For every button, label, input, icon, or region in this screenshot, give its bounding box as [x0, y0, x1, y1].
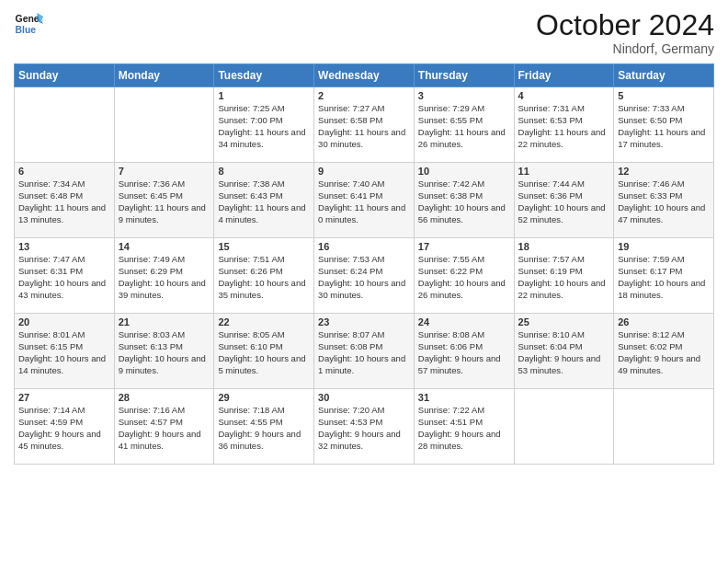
cell-content: Sunrise: 8:08 AM Sunset: 6:06 PM Dayligh… — [418, 329, 510, 376]
cell-w2-d7: 12Sunrise: 7:46 AM Sunset: 6:33 PM Dayli… — [614, 163, 714, 238]
day-number: 18 — [518, 241, 610, 252]
cell-content: Sunrise: 7:14 AM Sunset: 4:59 PM Dayligh… — [18, 405, 110, 452]
day-number: 22 — [218, 316, 310, 327]
cell-content: Sunrise: 7:47 AM Sunset: 6:31 PM Dayligh… — [18, 254, 110, 301]
cell-w4-d3: 22Sunrise: 8:05 AM Sunset: 6:10 PM Dayli… — [214, 314, 314, 389]
day-number: 27 — [18, 392, 110, 403]
cell-w2-d2: 7Sunrise: 7:36 AM Sunset: 6:45 PM Daylig… — [114, 163, 214, 238]
cell-content: Sunrise: 8:03 AM Sunset: 6:13 PM Dayligh… — [119, 329, 210, 376]
day-number: 25 — [518, 316, 610, 327]
cell-content: Sunrise: 7:46 AM Sunset: 6:33 PM Dayligh… — [618, 178, 710, 225]
page-header: General Blue October 2024 Nindorf, Germa… — [14, 9, 714, 56]
col-monday: Monday — [114, 64, 214, 87]
cell-w2-d3: 8Sunrise: 7:38 AM Sunset: 6:43 PM Daylig… — [214, 163, 314, 238]
day-number: 13 — [18, 241, 110, 252]
cell-w3-d2: 14Sunrise: 7:49 AM Sunset: 6:29 PM Dayli… — [114, 238, 214, 314]
cell-content: Sunrise: 7:42 AM Sunset: 6:38 PM Dayligh… — [418, 178, 510, 225]
cell-content: Sunrise: 8:12 AM Sunset: 6:02 PM Dayligh… — [618, 329, 710, 376]
cell-content: Sunrise: 7:27 AM Sunset: 6:58 PM Dayligh… — [318, 103, 410, 150]
cell-content: Sunrise: 7:57 AM Sunset: 6:19 PM Dayligh… — [518, 254, 610, 301]
cell-w5-d5: 31Sunrise: 7:22 AM Sunset: 4:51 PM Dayli… — [414, 389, 514, 465]
week-row-3: 13Sunrise: 7:47 AM Sunset: 6:31 PM Dayli… — [15, 238, 714, 314]
cell-content: Sunrise: 7:20 AM Sunset: 4:53 PM Dayligh… — [318, 405, 410, 452]
cell-content: Sunrise: 7:53 AM Sunset: 6:24 PM Dayligh… — [318, 254, 410, 301]
cell-content: Sunrise: 8:05 AM Sunset: 6:10 PM Dayligh… — [218, 329, 310, 376]
day-number: 14 — [119, 241, 210, 252]
day-number: 29 — [218, 392, 310, 403]
cell-w4-d4: 23Sunrise: 8:07 AM Sunset: 6:08 PM Dayli… — [314, 314, 415, 389]
day-number: 20 — [18, 316, 110, 327]
cell-w5-d4: 30Sunrise: 7:20 AM Sunset: 4:53 PM Dayli… — [314, 389, 415, 465]
cell-w1-d1 — [15, 87, 115, 163]
cell-w4-d2: 21Sunrise: 8:03 AM Sunset: 6:13 PM Dayli… — [114, 314, 214, 389]
day-number: 7 — [119, 166, 210, 177]
week-row-1: 1Sunrise: 7:25 AM Sunset: 7:00 PM Daylig… — [15, 87, 714, 163]
cell-w1-d6: 4Sunrise: 7:31 AM Sunset: 6:53 PM Daylig… — [514, 87, 614, 163]
col-sunday: Sunday — [15, 64, 115, 87]
day-number: 15 — [218, 241, 310, 252]
header-row: Sunday Monday Tuesday Wednesday Thursday… — [15, 64, 714, 87]
cell-w3-d3: 15Sunrise: 7:51 AM Sunset: 6:26 PM Dayli… — [214, 238, 314, 314]
cell-w2-d6: 11Sunrise: 7:44 AM Sunset: 6:36 PM Dayli… — [514, 163, 614, 238]
cell-w5-d7 — [614, 389, 714, 465]
cell-content: Sunrise: 7:25 AM Sunset: 7:00 PM Dayligh… — [218, 103, 310, 150]
cell-content: Sunrise: 7:40 AM Sunset: 6:41 PM Dayligh… — [318, 178, 410, 225]
day-number: 8 — [218, 166, 310, 177]
week-row-5: 27Sunrise: 7:14 AM Sunset: 4:59 PM Dayli… — [15, 389, 714, 465]
cell-w2-d1: 6Sunrise: 7:34 AM Sunset: 6:48 PM Daylig… — [15, 163, 115, 238]
cell-w5-d3: 29Sunrise: 7:18 AM Sunset: 4:55 PM Dayli… — [214, 389, 314, 465]
cell-content: Sunrise: 7:38 AM Sunset: 6:43 PM Dayligh… — [218, 178, 310, 225]
day-number: 19 — [618, 241, 710, 252]
col-friday: Friday — [514, 64, 614, 87]
cell-w1-d4: 2Sunrise: 7:27 AM Sunset: 6:58 PM Daylig… — [314, 87, 415, 163]
cell-content: Sunrise: 8:01 AM Sunset: 6:15 PM Dayligh… — [18, 329, 110, 376]
month-title: October 2024 — [536, 9, 714, 41]
day-number: 23 — [318, 316, 410, 327]
cell-w5-d2: 28Sunrise: 7:16 AM Sunset: 4:57 PM Dayli… — [114, 389, 214, 465]
cell-content: Sunrise: 7:51 AM Sunset: 6:26 PM Dayligh… — [218, 254, 310, 301]
day-number: 17 — [418, 241, 510, 252]
cell-content: Sunrise: 7:49 AM Sunset: 6:29 PM Dayligh… — [119, 254, 210, 301]
cell-content: Sunrise: 7:36 AM Sunset: 6:45 PM Dayligh… — [119, 178, 210, 225]
day-number: 4 — [518, 90, 610, 101]
day-number: 31 — [418, 392, 510, 403]
week-row-4: 20Sunrise: 8:01 AM Sunset: 6:15 PM Dayli… — [15, 314, 714, 389]
day-number: 10 — [418, 166, 510, 177]
cell-w3-d5: 17Sunrise: 7:55 AM Sunset: 6:22 PM Dayli… — [414, 238, 514, 314]
day-number: 1 — [218, 90, 310, 101]
cell-w2-d4: 9Sunrise: 7:40 AM Sunset: 6:41 PM Daylig… — [314, 163, 415, 238]
day-number: 24 — [418, 316, 510, 327]
day-number: 6 — [18, 166, 110, 177]
day-number: 9 — [318, 166, 410, 177]
cell-content: Sunrise: 7:22 AM Sunset: 4:51 PM Dayligh… — [418, 405, 510, 452]
day-number: 28 — [119, 392, 210, 403]
cell-content: Sunrise: 7:18 AM Sunset: 4:55 PM Dayligh… — [218, 405, 310, 452]
location: Nindorf, Germany — [536, 41, 714, 56]
cell-w3-d4: 16Sunrise: 7:53 AM Sunset: 6:24 PM Dayli… — [314, 238, 415, 314]
day-number: 2 — [318, 90, 410, 101]
col-saturday: Saturday — [614, 64, 714, 87]
day-number: 12 — [618, 166, 710, 177]
cell-w1-d5: 3Sunrise: 7:29 AM Sunset: 6:55 PM Daylig… — [414, 87, 514, 163]
cell-content: Sunrise: 7:44 AM Sunset: 6:36 PM Dayligh… — [518, 178, 610, 225]
cell-w1-d7: 5Sunrise: 7:33 AM Sunset: 6:50 PM Daylig… — [614, 87, 714, 163]
col-thursday: Thursday — [414, 64, 514, 87]
cell-w4-d1: 20Sunrise: 8:01 AM Sunset: 6:15 PM Dayli… — [15, 314, 115, 389]
cell-w5-d1: 27Sunrise: 7:14 AM Sunset: 4:59 PM Dayli… — [15, 389, 115, 465]
title-block: October 2024 Nindorf, Germany — [536, 9, 714, 56]
calendar-table: Sunday Monday Tuesday Wednesday Thursday… — [14, 63, 714, 465]
day-number: 16 — [318, 241, 410, 252]
cell-content: Sunrise: 7:31 AM Sunset: 6:53 PM Dayligh… — [518, 103, 610, 150]
col-tuesday: Tuesday — [214, 64, 314, 87]
cell-w5-d6 — [514, 389, 614, 465]
cell-w1-d2 — [114, 87, 214, 163]
cell-content: Sunrise: 7:29 AM Sunset: 6:55 PM Dayligh… — [418, 103, 510, 150]
cell-content: Sunrise: 7:34 AM Sunset: 6:48 PM Dayligh… — [18, 178, 110, 225]
cell-w3-d7: 19Sunrise: 7:59 AM Sunset: 6:17 PM Dayli… — [614, 238, 714, 314]
cell-w3-d6: 18Sunrise: 7:57 AM Sunset: 6:19 PM Dayli… — [514, 238, 614, 314]
day-number: 30 — [318, 392, 410, 403]
day-number: 11 — [518, 166, 610, 177]
cell-w4-d7: 26Sunrise: 8:12 AM Sunset: 6:02 PM Dayli… — [614, 314, 714, 389]
logo: General Blue — [14, 9, 43, 39]
day-number: 5 — [618, 90, 710, 101]
